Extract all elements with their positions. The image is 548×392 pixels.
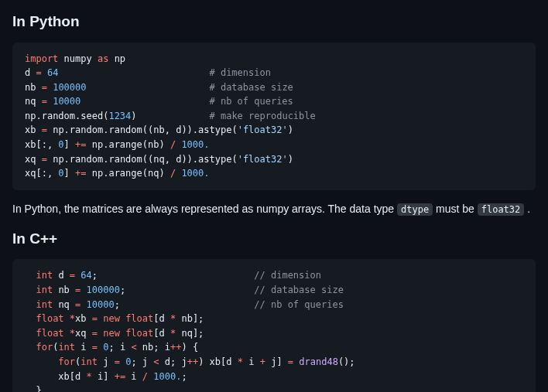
para-mid: must be: [433, 203, 478, 215]
code-block-cpp: int d = 64; // dimension int nb = 100000…: [12, 259, 536, 392]
inline-code-dtype: dtype: [397, 203, 433, 216]
section-heading-cpp: In C++: [12, 228, 536, 251]
para-after: .: [524, 203, 530, 215]
paragraph-text: In Python, the matrices are always repre…: [12, 201, 536, 217]
section-heading-python: In Python: [12, 11, 536, 33]
code-block-python: import numpy as np d = 64 # dimension nb…: [12, 43, 536, 190]
para-before: In Python, the matrices are always repre…: [12, 203, 397, 215]
inline-code-float32: float32: [478, 203, 525, 216]
